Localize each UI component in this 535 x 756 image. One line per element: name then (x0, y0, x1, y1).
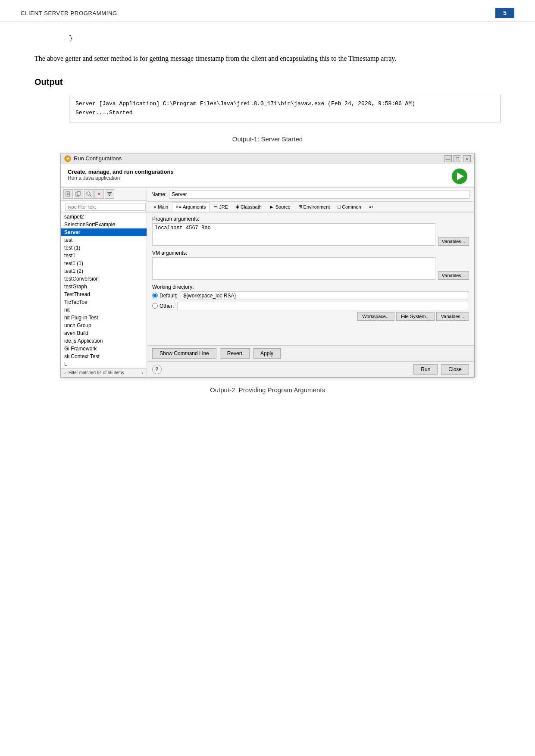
run-configurations-dialog: Run Configurations — □ × Create, manage,… (60, 153, 475, 378)
page-title: CLIENT SERVER PROGRAMMING (21, 10, 117, 16)
list-item[interactable]: L (61, 360, 147, 368)
page-header: CLIENT SERVER PROGRAMMING 5 (0, 0, 535, 22)
svg-rect-12 (109, 195, 110, 196)
dialog-title-text: Run Configurations (74, 155, 122, 162)
list-item[interactable]: TestThread (61, 291, 147, 298)
vm-args-textarea[interactable] (152, 257, 435, 280)
run-close-buttons: Run Close (413, 364, 469, 375)
filesystem-btn[interactable]: File System... (396, 312, 435, 321)
svg-point-8 (87, 192, 90, 195)
list-item[interactable]: TicTacToe (61, 298, 147, 306)
dialog-header-text: Create, manage, and run configurations R… (68, 169, 174, 181)
close-dialog-btn[interactable]: Close (441, 364, 469, 375)
scroll-right-arrow[interactable]: › (141, 370, 143, 375)
tab-more[interactable]: »₁ (365, 202, 377, 211)
dialog-app-icon (64, 155, 71, 162)
default-radio-label[interactable]: Default: (152, 293, 177, 299)
dialog-titlebar: Run Configurations — □ × (61, 153, 474, 164)
other-radio-row: Other: (152, 302, 469, 310)
new-config-button[interactable] (63, 189, 73, 199)
console-line1: Server [Java Application] C:\Program Fil… (75, 100, 494, 109)
tab-main[interactable]: ● Main (150, 202, 172, 212)
apply-btn[interactable]: Apply (253, 348, 281, 359)
search-config-button[interactable] (84, 189, 94, 199)
section-heading: Output (34, 77, 501, 87)
default-radio-text: Default: (160, 293, 177, 299)
list-item[interactable]: nit (61, 306, 147, 314)
list-item[interactable]: unch Group (61, 322, 147, 329)
environment-tab-icon: ⊞ (298, 204, 302, 209)
workspace-btn[interactable]: Workspace... (357, 312, 394, 321)
main-tab-label: Main (158, 204, 168, 209)
left-panel-toolbar: × (61, 187, 147, 201)
vm-args-row: Variables... (152, 257, 469, 280)
caption-2: Output-2: Providing Program Arguments (34, 386, 501, 394)
delete-config-button[interactable]: × (94, 189, 104, 199)
working-dir-section: Working directory: Default: Other (152, 284, 469, 321)
tab-jre[interactable]: ☰ JRE (210, 202, 232, 211)
filter-config-button[interactable] (105, 189, 114, 199)
source-tab-label: Source (275, 204, 291, 209)
help-button[interactable]: ? (152, 365, 162, 374)
scroll-left-arrow[interactable]: ‹ (64, 370, 66, 375)
list-item[interactable]: aven Build (61, 329, 147, 337)
tab-arguments[interactable]: ×= Arguments (172, 202, 210, 212)
dialog-subtitle2: Run a Java application (68, 175, 174, 181)
name-input[interactable] (169, 190, 470, 199)
list-item[interactable]: Gi Framework (61, 345, 147, 353)
list-item[interactable]: SelectionSortExample (61, 221, 147, 228)
other-dir-input[interactable] (177, 302, 469, 310)
name-row: Name: (147, 187, 474, 202)
variables-btn-3[interactable]: Variables... (436, 312, 469, 321)
classpath-tab-label: Classpath (241, 204, 262, 209)
variables-btn-2[interactable]: Variables... (438, 271, 469, 280)
default-dir-input[interactable] (181, 291, 469, 300)
list-item[interactable]: sk Context Test (61, 353, 147, 360)
run-btn[interactable]: Run (413, 364, 438, 375)
environment-tab-label: Environment (303, 204, 330, 209)
list-item[interactable]: nit Plug-in Test (61, 314, 147, 322)
program-args-row: localhost 4567 Bbo Variables... (152, 223, 469, 246)
right-panel: Name: ● Main ×= Arguments ☰ JRE (147, 187, 474, 377)
copy-config-button[interactable] (74, 189, 83, 199)
list-item[interactable]: test1 (1) (61, 259, 147, 267)
list-item-server[interactable]: Server (61, 228, 147, 236)
other-radio[interactable] (152, 303, 158, 309)
revert-btn[interactable]: Revert (220, 348, 250, 359)
program-args-label: Program arguments: (152, 216, 469, 222)
main-content: } The above getter and setter method is … (0, 22, 535, 411)
more-tab-label: »₁ (369, 204, 373, 209)
list-item[interactable]: sampel2 (61, 213, 147, 221)
list-item[interactable]: testConversion (61, 275, 147, 283)
list-item[interactable]: test (61, 236, 147, 244)
list-item[interactable]: test1 (2) (61, 267, 147, 275)
workspace-buttons: Workspace... File System... Variables... (152, 312, 469, 321)
list-item[interactable]: testGraph (61, 283, 147, 291)
close-button[interactable]: × (463, 155, 471, 162)
program-args-textarea[interactable]: localhost 4567 Bbo (152, 223, 435, 246)
config-list: sampel2 SelectionSortExample Server test… (61, 213, 147, 368)
tab-common[interactable]: □ Common (334, 202, 365, 211)
arguments-tab-label: Arguments (183, 204, 206, 209)
other-radio-label[interactable]: Other: (152, 303, 174, 309)
default-radio[interactable] (152, 293, 158, 298)
source-tab-icon: ► (269, 204, 274, 209)
minimize-button[interactable]: — (444, 155, 452, 162)
footer-left: Show Command Line Revert Apply (152, 348, 281, 359)
default-radio-row: Default: (152, 291, 469, 300)
list-item[interactable]: test1 (61, 252, 147, 259)
classpath-tab-icon: ◈ (236, 204, 239, 209)
dialog-body: × sampel2 SelectionS (61, 187, 474, 377)
filter-input[interactable] (65, 203, 146, 211)
tab-environment[interactable]: ⊞ Environment (294, 202, 334, 211)
vm-args-label: VM arguments: (152, 250, 469, 256)
list-item[interactable]: ide.js Application (61, 337, 147, 345)
svg-rect-11 (108, 194, 111, 194)
run-close-row: ? Run Close (147, 361, 474, 377)
list-item[interactable]: test (1) (61, 244, 147, 252)
maximize-button[interactable]: □ (454, 155, 461, 162)
variables-btn-1[interactable]: Variables... (438, 237, 469, 246)
tab-classpath[interactable]: ◈ Classpath (232, 202, 266, 211)
tab-source[interactable]: ► Source (266, 202, 294, 211)
show-command-line-btn[interactable]: Show Command Line (152, 348, 216, 359)
